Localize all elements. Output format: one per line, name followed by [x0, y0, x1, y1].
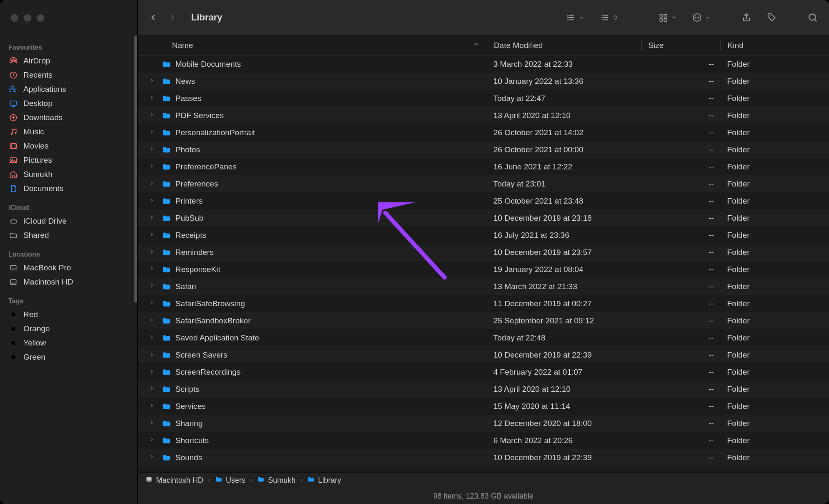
file-row[interactable]: Shortcuts6 March 2022 at 20:26--Folder [138, 432, 829, 449]
tags-button[interactable] [766, 13, 776, 23]
sidebar-item-pictures[interactable]: Pictures [0, 153, 137, 167]
movie-icon [8, 142, 18, 150]
disclosure-triangle-icon[interactable] [149, 197, 158, 206]
file-row[interactable]: PreferencePanes16 June 2021 at 12:22--Fo… [138, 158, 829, 175]
close-window-button[interactable] [11, 14, 18, 22]
path-segment[interactable]: Macintosh HD [145, 476, 203, 485]
file-row[interactable]: ScreenRecordings4 February 2022 at 01:07… [138, 363, 829, 381]
disclosure-triangle-icon[interactable] [149, 316, 158, 325]
file-row[interactable]: PersonalizationPortrait26 October 2021 a… [138, 124, 829, 141]
path-segment[interactable]: Library [307, 476, 341, 485]
action-menu-button[interactable] [692, 13, 710, 23]
file-row[interactable]: Sounds10 December 2019 at 22:39--Folder [138, 449, 829, 466]
sidebar-item-label: Desktop [23, 99, 53, 108]
column-header-name[interactable]: Name [138, 40, 487, 51]
file-rows[interactable]: Mobile Documents3 March 2022 at 22:33--F… [138, 55, 829, 472]
file-row[interactable]: Sharing12 December 2020 at 18:00--Folder [138, 415, 829, 432]
disclosure-triangle-icon[interactable] [149, 453, 158, 462]
disclosure-triangle-icon[interactable] [149, 231, 158, 240]
disclosure-triangle-icon[interactable] [149, 385, 158, 394]
disclosure-triangle-icon[interactable] [149, 128, 158, 137]
file-row[interactable]: News10 January 2022 at 13:36--Folder [138, 73, 829, 90]
path-segment[interactable]: Users [215, 476, 245, 485]
sidebar-item-music[interactable]: Music [0, 125, 137, 139]
disclosure-triangle-icon[interactable] [149, 299, 158, 308]
file-row[interactable]: PDF Services13 April 2020 at 12:10--Fold… [138, 107, 829, 124]
sidebar-item-sumukh[interactable]: Sumukh [0, 167, 137, 181]
folder-icon [162, 60, 171, 69]
column-header-date[interactable]: Date Modified [487, 40, 641, 51]
sidebar: FavouritesAirDropRecentsApplicationsDesk… [0, 0, 138, 504]
file-size: -- [641, 179, 720, 189]
sidebar-item-desktop[interactable]: Desktop [0, 96, 137, 111]
sidebar-scrollbar[interactable] [134, 35, 137, 504]
disclosure-triangle-icon[interactable] [149, 179, 158, 189]
sort-button[interactable] [599, 13, 619, 22]
file-row[interactable]: SafariSandboxBroker25 September 2021 at … [138, 312, 829, 329]
disclosure-triangle-icon[interactable] [149, 162, 158, 171]
path-segment-label: Macintosh HD [156, 476, 203, 485]
file-row[interactable]: Mobile Documents3 March 2022 at 22:33--F… [138, 55, 829, 73]
zoom-window-button[interactable] [37, 14, 44, 22]
column-header-date-label: Date Modified [494, 41, 543, 50]
back-button[interactable] [149, 13, 158, 22]
file-row[interactable]: PassesToday at 22:47--Folder [138, 90, 829, 107]
disclosure-triangle-icon[interactable] [149, 111, 158, 120]
sidebar-item-yellow[interactable]: Yellow [0, 336, 137, 350]
file-row[interactable]: ResponseKit19 January 2022 at 08:04--Fol… [138, 261, 829, 278]
file-row[interactable]: SafariSafeBrowsing11 December 2019 at 00… [138, 295, 829, 312]
minimize-window-button[interactable] [24, 14, 31, 22]
disclosure-triangle-icon[interactable] [149, 333, 158, 343]
disclosure-triangle-icon[interactable] [149, 77, 158, 86]
disclosure-triangle-icon[interactable] [149, 368, 158, 377]
file-row[interactable]: Receipts16 July 2021 at 23:36--Folder [138, 227, 829, 244]
file-kind: Folder [720, 453, 825, 462]
sidebar-item-macbook-pro[interactable]: MacBook Pro [0, 261, 137, 275]
file-kind: Folder [720, 214, 825, 223]
path-segment-label: Sumukh [268, 476, 296, 485]
column-header-kind[interactable]: Kind [720, 40, 825, 51]
disclosure-triangle-icon[interactable] [149, 419, 158, 428]
sidebar-item-movies[interactable]: Movies [0, 139, 137, 153]
file-row[interactable]: PubSub10 December 2019 at 23:18--Folder [138, 209, 829, 227]
file-row[interactable]: Services15 May 2020 at 11:14--Folder [138, 398, 829, 415]
disclosure-triangle-icon[interactable] [149, 265, 158, 274]
disclosure-triangle-icon[interactable] [149, 145, 158, 154]
download-icon [8, 113, 18, 122]
column-header-size[interactable]: Size [641, 40, 720, 51]
sidebar-item-airdrop[interactable]: AirDrop [0, 54, 137, 68]
file-row[interactable]: Safari13 March 2022 at 21:33--Folder [138, 278, 829, 295]
sidebar-item-applications[interactable]: Applications [0, 82, 137, 96]
file-row[interactable]: Reminders10 December 2019 at 23:57--Fold… [138, 244, 829, 261]
disclosure-triangle-icon[interactable] [149, 94, 158, 103]
search-button[interactable] [807, 12, 818, 23]
forward-button[interactable] [168, 13, 177, 22]
file-row[interactable]: Saved Application StateToday at 22:48--F… [138, 329, 829, 346]
sidebar-item-icloud-drive[interactable]: iCloud Drive [0, 214, 137, 228]
sidebar-item-macintosh-hd[interactable]: Macintosh HD [0, 275, 137, 289]
sidebar-item-documents[interactable]: Documents [0, 181, 137, 196]
disclosure-triangle-icon[interactable] [149, 282, 158, 291]
view-mode-button[interactable] [565, 13, 584, 22]
disclosure-triangle-icon[interactable] [149, 214, 158, 223]
disclosure-triangle-icon[interactable] [149, 436, 158, 445]
sidebar-item-green[interactable]: Green [0, 350, 137, 364]
file-row[interactable]: PreferencesToday at 23:01--Folder [138, 175, 829, 192]
disclosure-triangle-icon[interactable] [149, 402, 158, 411]
disclosure-triangle-icon[interactable] [149, 350, 158, 360]
file-row[interactable]: Photos26 October 2021 at 00:00--Folder [138, 141, 829, 158]
sidebar-item-red[interactable]: Red [0, 307, 137, 322]
file-row[interactable]: Printers25 October 2021 at 23:48--Folder [138, 192, 829, 209]
group-button[interactable] [658, 13, 677, 23]
sidebar-scrollbar-thumb[interactable] [134, 35, 137, 302]
sidebar-item-recents[interactable]: Recents [0, 68, 137, 82]
share-button[interactable] [741, 13, 751, 23]
file-size: -- [641, 350, 720, 360]
file-row[interactable]: Scripts13 April 2020 at 12:10--Folder [138, 381, 829, 398]
disclosure-triangle-icon[interactable] [149, 248, 158, 257]
sidebar-item-orange[interactable]: Orange [0, 322, 137, 336]
sidebar-item-downloads[interactable]: Downloads [0, 111, 137, 125]
file-row[interactable]: Screen Savers10 December 2019 at 22:39--… [138, 346, 829, 363]
sidebar-item-shared[interactable]: Shared [0, 228, 137, 242]
path-segment[interactable]: Sumukh [257, 476, 296, 485]
